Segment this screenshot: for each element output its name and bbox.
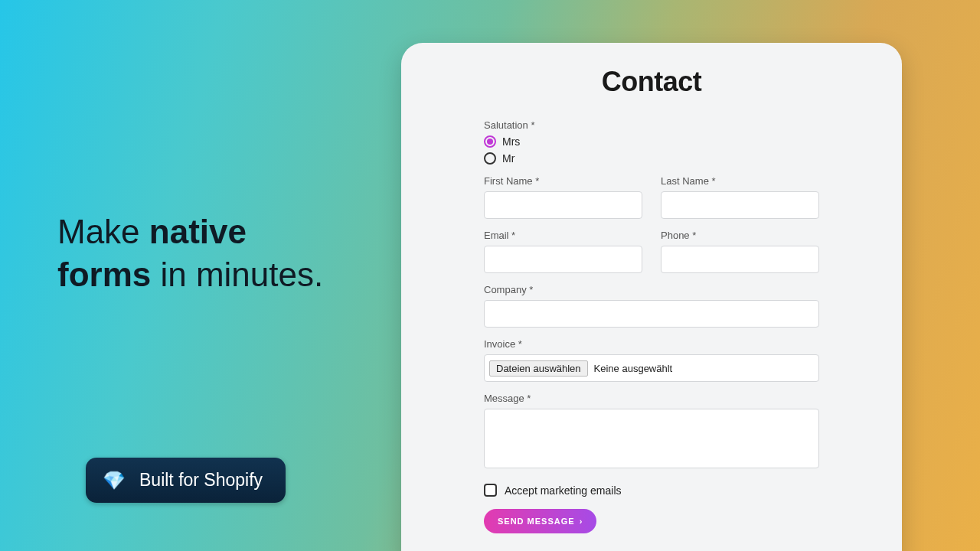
first-name-label: First Name * [484,175,642,187]
email-input[interactable] [484,246,642,273]
bfs-label: Built for Shopify [139,470,263,491]
phone-input[interactable] [661,246,819,273]
form-title: Contact [447,66,856,98]
hero-text-bold-2: forms [57,256,151,293]
file-status-text: Keine ausgewählt [594,363,673,374]
contact-form-card: Contact Salutation * Mrs Mr First Name *… [401,43,902,551]
form-body: Salutation * Mrs Mr First Name * Last Na… [447,119,856,533]
submit-label: SEND MESSAGE [498,517,575,526]
last-name-label: Last Name * [661,175,819,187]
last-name-input[interactable] [661,191,819,219]
file-choose-button[interactable]: Dateien auswählen [489,360,588,377]
marketing-checkbox-label: Accept marketing emails [505,484,622,497]
hero-text-prefix: Make [57,213,149,250]
radio-icon-unselected [484,152,496,165]
radio-mr[interactable]: Mr [484,152,819,165]
radio-mr-label: Mr [502,152,514,165]
send-message-button[interactable]: SEND MESSAGE › [484,509,596,533]
hero-text-suffix: in minutes. [151,256,323,293]
first-name-input[interactable] [484,191,642,219]
company-input[interactable] [484,300,819,328]
chevron-right-icon: › [580,517,583,526]
hero-text-bold-1: native [149,213,247,250]
salutation-label: Salutation * [484,119,819,131]
marketing-checkbox-row[interactable]: Accept marketing emails [484,484,819,497]
email-label: Email * [484,230,642,241]
company-label: Company * [484,284,819,295]
message-textarea[interactable] [484,409,819,468]
diamond-icon: 💎 [103,471,126,490]
built-for-shopify-badge: 💎 Built for Shopify [86,458,286,503]
checkbox-icon [484,484,497,497]
radio-mrs[interactable]: Mrs [484,135,819,148]
invoice-file-input[interactable]: Dateien auswählen Keine ausgewählt [484,354,819,382]
invoice-label: Invoice * [484,338,819,350]
phone-label: Phone * [661,230,819,241]
radio-icon-selected [484,135,496,148]
hero-headline: Make native forms in minutes. [57,210,323,297]
message-label: Message * [484,393,819,404]
radio-mrs-label: Mrs [502,135,520,148]
